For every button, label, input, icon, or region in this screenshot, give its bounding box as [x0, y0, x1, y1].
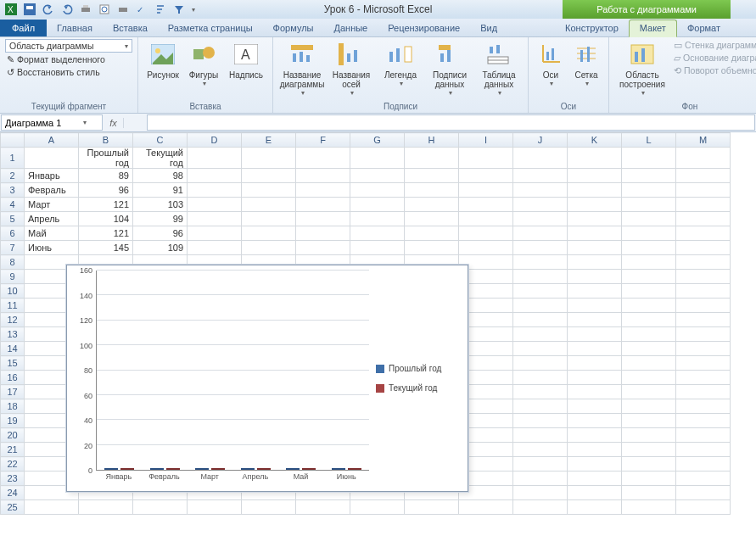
- cell[interactable]: [622, 169, 676, 183]
- shapes-button[interactable]: Фигуры▾: [184, 39, 223, 89]
- cell[interactable]: [513, 148, 568, 169]
- column-header[interactable]: F: [296, 133, 350, 148]
- cell[interactable]: [676, 241, 731, 255]
- cell[interactable]: [513, 342, 568, 356]
- cell[interactable]: [622, 500, 676, 515]
- cell[interactable]: [622, 299, 676, 313]
- cell[interactable]: [405, 198, 459, 212]
- tab-Вид[interactable]: Вид: [470, 20, 507, 36]
- cell[interactable]: [513, 284, 568, 299]
- cell[interactable]: [622, 428, 676, 443]
- cell[interactable]: Прошлый год: [79, 148, 133, 169]
- bar[interactable]: [120, 468, 134, 470]
- row-header[interactable]: 23: [1, 472, 25, 486]
- cell[interactable]: Июнь: [25, 241, 79, 255]
- cell[interactable]: [513, 428, 568, 443]
- cell[interactable]: [568, 270, 622, 284]
- cell[interactable]: [350, 212, 405, 226]
- cell[interactable]: 121: [79, 226, 133, 241]
- tab-Главная[interactable]: Главная: [47, 20, 103, 36]
- row-header[interactable]: 4: [1, 198, 25, 212]
- cell[interactable]: [296, 500, 350, 515]
- cell[interactable]: [622, 371, 676, 385]
- row-header[interactable]: 1: [1, 148, 25, 169]
- tab-file[interactable]: Файл: [0, 20, 47, 36]
- chevron-down-icon[interactable]: ▾: [83, 119, 87, 126]
- cell[interactable]: [622, 457, 676, 472]
- cell[interactable]: [676, 183, 731, 198]
- cell[interactable]: [676, 428, 731, 443]
- cell[interactable]: 96: [79, 183, 133, 198]
- cell[interactable]: [133, 500, 188, 515]
- cell[interactable]: [296, 226, 350, 241]
- cell[interactable]: Май: [25, 226, 79, 241]
- bar[interactable]: [302, 468, 316, 470]
- cell[interactable]: 96: [133, 226, 188, 241]
- tab-Формулы[interactable]: Формулы: [263, 20, 324, 36]
- cell[interactable]: [459, 198, 513, 212]
- cell[interactable]: [405, 241, 459, 255]
- cell[interactable]: [513, 212, 568, 226]
- cell[interactable]: [568, 255, 622, 270]
- column-header[interactable]: C: [133, 133, 188, 148]
- row-header[interactable]: 16: [1, 371, 25, 385]
- tab-Рецензирование[interactable]: Рецензирование: [378, 20, 470, 36]
- cell[interactable]: [676, 255, 731, 270]
- cell[interactable]: [568, 414, 622, 428]
- cell[interactable]: [459, 241, 513, 255]
- row-header[interactable]: 20: [1, 428, 25, 443]
- cell[interactable]: [513, 443, 568, 457]
- cell[interactable]: [622, 414, 676, 428]
- cell[interactable]: [568, 226, 622, 241]
- cell[interactable]: [242, 198, 296, 212]
- cell[interactable]: Январь: [25, 169, 79, 183]
- cell[interactable]: [296, 198, 350, 212]
- cell[interactable]: [622, 270, 676, 284]
- cell[interactable]: [676, 327, 731, 342]
- cell[interactable]: [676, 226, 731, 241]
- cell[interactable]: [568, 241, 622, 255]
- cell[interactable]: [568, 486, 622, 500]
- bar[interactable]: [150, 468, 164, 470]
- cell[interactable]: [350, 198, 405, 212]
- cell[interactable]: [568, 183, 622, 198]
- cell[interactable]: [568, 500, 622, 515]
- cell[interactable]: [513, 356, 568, 371]
- cell[interactable]: [622, 443, 676, 457]
- cell[interactable]: 121: [79, 198, 133, 212]
- bar[interactable]: [166, 468, 180, 470]
- column-header[interactable]: B: [79, 133, 133, 148]
- cell[interactable]: [513, 414, 568, 428]
- axis-titles-button[interactable]: Названия осей▾: [328, 39, 375, 98]
- cell[interactable]: [188, 148, 242, 169]
- cell[interactable]: [568, 443, 622, 457]
- row-header[interactable]: 17: [1, 385, 25, 399]
- row-header[interactable]: 7: [1, 241, 25, 255]
- cell[interactable]: [242, 212, 296, 226]
- cell[interactable]: [350, 148, 405, 169]
- cell[interactable]: [676, 342, 731, 356]
- cell[interactable]: [296, 241, 350, 255]
- cell[interactable]: [350, 183, 405, 198]
- cell[interactable]: [622, 226, 676, 241]
- cell[interactable]: [676, 385, 731, 399]
- row-header[interactable]: 21: [1, 443, 25, 457]
- cell[interactable]: [188, 212, 242, 226]
- cell[interactable]: [188, 198, 242, 212]
- column-header[interactable]: L: [622, 133, 676, 148]
- cell[interactable]: [513, 486, 568, 500]
- cell[interactable]: [405, 148, 459, 169]
- cell[interactable]: [242, 169, 296, 183]
- cell[interactable]: [350, 241, 405, 255]
- row-header[interactable]: 14: [1, 342, 25, 356]
- cell[interactable]: [676, 486, 731, 500]
- cell[interactable]: [513, 299, 568, 313]
- cell[interactable]: [676, 356, 731, 371]
- row-header[interactable]: 13: [1, 327, 25, 342]
- row-header[interactable]: 15: [1, 356, 25, 371]
- redo-icon[interactable]: [59, 2, 75, 17]
- cell[interactable]: [296, 183, 350, 198]
- cell[interactable]: [568, 342, 622, 356]
- cell[interactable]: [459, 212, 513, 226]
- save-icon[interactable]: [22, 2, 37, 17]
